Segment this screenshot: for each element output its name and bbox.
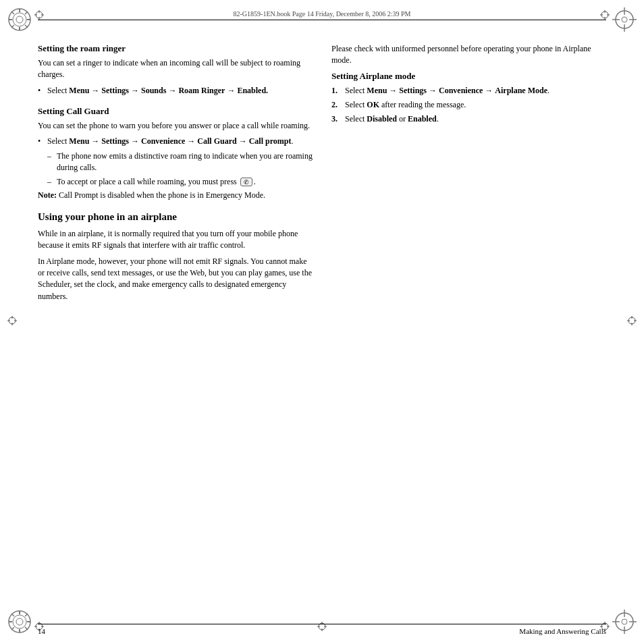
bullet-dot-2: • bbox=[38, 136, 45, 147]
svg-point-18 bbox=[13, 615, 26, 628]
page-number: 14 bbox=[38, 627, 45, 635]
svg-line-10 bbox=[11, 25, 14, 28]
step-3: 3. Select Disabled or Enabled. bbox=[331, 113, 606, 125]
right-column: Please check with uniformed personnel be… bbox=[331, 32, 606, 612]
step-3-num: 3. bbox=[331, 113, 341, 125]
svg-line-25 bbox=[25, 627, 28, 630]
call-guard-bullet-text: Select Menu → Settings → Convenience → C… bbox=[47, 136, 313, 147]
airplane-body1: While in an airplane, it is normally req… bbox=[38, 228, 313, 252]
roam-ringer-title: Setting the roam ringer bbox=[38, 43, 313, 55]
call-guard-bullet: • Select Menu → Settings → Convenience →… bbox=[38, 136, 313, 147]
section-airplane: Using your phone in an airplane While in… bbox=[38, 211, 313, 302]
svg-point-19 bbox=[16, 618, 23, 625]
footer-bar: 14 Making and Answering Calls bbox=[38, 624, 606, 636]
bullet-dot-1: • bbox=[38, 85, 45, 97]
step-3-text: Select Disabled or Enabled. bbox=[345, 113, 439, 125]
talk-key-icon: ✆ bbox=[240, 178, 252, 186]
header-text: 82-G1859-1EN.book Page 14 Friday, Decemb… bbox=[234, 10, 411, 18]
airplane-intro: Please check with uniformed personnel be… bbox=[331, 43, 606, 67]
dash-2: – bbox=[47, 176, 54, 188]
airplane-body2: In Airplane mode, however, your phone wi… bbox=[38, 256, 313, 303]
roam-ringer-body: You can set a ringer to indicate when an… bbox=[38, 57, 313, 81]
main-content: Setting the roam ringer You can set a ri… bbox=[38, 32, 606, 612]
header-bar: 82-G1859-1EN.book Page 14 Friday, Decemb… bbox=[38, 8, 606, 20]
step-1: 1. Select Menu → Settings → Convenience … bbox=[331, 85, 606, 97]
svg-line-27 bbox=[11, 627, 14, 630]
call-guard-note: Note: Call Prompt is disabled when the p… bbox=[38, 190, 313, 201]
call-guard-sub1: – The phone now emits a distinctive roam… bbox=[38, 151, 313, 174]
svg-line-7 bbox=[11, 11, 14, 14]
section-call-guard: Setting Call Guard You can set the phone… bbox=[38, 106, 313, 201]
page: 82-G1859-1EN.book Page 14 Friday, Decemb… bbox=[0, 0, 644, 644]
roam-ringer-bullet-text: Select Menu → Settings → Sounds → Roam R… bbox=[47, 85, 313, 97]
call-guard-sub2: – To accept or place a call while roamin… bbox=[38, 176, 313, 188]
svg-point-2 bbox=[16, 16, 23, 23]
step-2-text: Select OK after reading the message. bbox=[345, 99, 466, 111]
call-guard-sub2-text: To accept or place a call while roaming,… bbox=[57, 176, 256, 188]
airplane-title: Using your phone in an airplane bbox=[38, 211, 313, 224]
crosshair-small-rm bbox=[626, 315, 637, 329]
step-2-num: 2. bbox=[331, 99, 341, 111]
svg-line-24 bbox=[11, 614, 14, 616]
gear-icon-tl bbox=[7, 7, 32, 35]
airplane-mode-title: Setting Airplane mode bbox=[331, 71, 606, 82]
svg-line-8 bbox=[25, 25, 28, 28]
crosshair-small-lm bbox=[7, 315, 18, 329]
svg-point-1 bbox=[13, 13, 26, 26]
call-guard-title: Setting Call Guard bbox=[38, 106, 313, 117]
gear-icon-bl bbox=[7, 609, 32, 637]
svg-line-26 bbox=[25, 614, 28, 616]
step-1-num: 1. bbox=[331, 85, 341, 97]
crosshair-icon-tr bbox=[612, 7, 637, 35]
call-guard-sub1-text: The phone now emits a distinctive roam r… bbox=[57, 151, 313, 174]
section-roam-ringer: Setting the roam ringer You can set a ri… bbox=[38, 43, 313, 97]
crosshair-icon-br bbox=[612, 609, 637, 637]
dash-1: – bbox=[47, 151, 54, 174]
svg-line-9 bbox=[25, 11, 28, 14]
left-column: Setting the roam ringer You can set a ri… bbox=[38, 32, 313, 612]
svg-point-29 bbox=[622, 619, 627, 624]
footer-section-title: Making and Answering Calls bbox=[519, 627, 606, 635]
step-1-text: Select Menu → Settings → Convenience → A… bbox=[345, 85, 549, 97]
roam-ringer-bullet: • Select Menu → Settings → Sounds → Roam… bbox=[38, 85, 313, 97]
call-guard-body: You can set the phone to warn you before… bbox=[38, 120, 313, 132]
step-2: 2. Select OK after reading the message. bbox=[331, 99, 606, 111]
section-airplane-mode: Setting Airplane mode 1. Select Menu → S… bbox=[331, 71, 606, 126]
svg-point-12 bbox=[622, 17, 627, 22]
